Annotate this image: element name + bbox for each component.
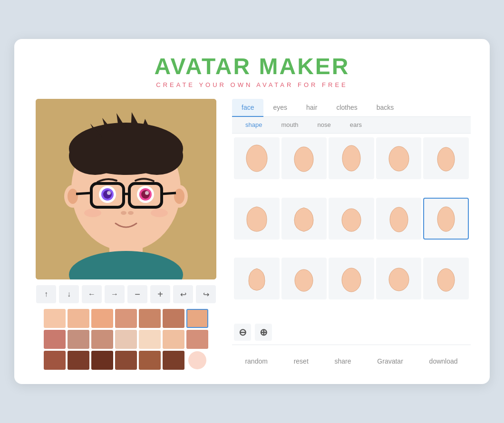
shapes-grid — [232, 134, 471, 320]
avatar-svg — [36, 99, 216, 279]
share-button[interactable]: share — [324, 353, 362, 370]
svg-point-24 — [107, 191, 111, 195]
skin-color-circle-swatch[interactable] — [188, 351, 206, 369]
tab-face[interactable]: face — [232, 99, 263, 117]
svg-point-35 — [342, 145, 360, 171]
svg-point-5 — [68, 189, 78, 204]
category-tabs: face eyes hair clothes backs — [232, 99, 471, 117]
svg-point-27 — [141, 190, 150, 199]
svg-point-10 — [131, 137, 183, 175]
svg-point-33 — [246, 145, 267, 172]
shape-cell-1-2[interactable] — [329, 198, 374, 240]
svg-point-40 — [437, 207, 455, 231]
svg-point-36 — [389, 146, 409, 171]
zoom-out-toolbar-button[interactable]: − — [127, 285, 147, 303]
shape-cell-1-3[interactable] — [376, 198, 422, 240]
redo-button[interactable]: ↪ — [196, 285, 216, 303]
svg-point-28 — [145, 191, 149, 195]
subtab-mouth[interactable]: mouth — [271, 117, 308, 134]
svg-point-32 — [151, 209, 168, 217]
zoom-controls: ⊖ ⊕ — [232, 320, 471, 345]
svg-point-23 — [103, 190, 112, 199]
shape-cell-0-2[interactable] — [329, 137, 374, 179]
skin-color-swatch[interactable] — [163, 351, 184, 370]
svg-point-43 — [389, 268, 409, 291]
svg-point-29 — [121, 211, 126, 215]
app-title: AVATAR MAKER — [33, 53, 471, 79]
tab-eyes[interactable]: eyes — [263, 99, 297, 117]
move-left-button[interactable]: ← — [82, 285, 102, 303]
shape-cell-1-1[interactable] — [281, 198, 327, 240]
svg-point-41 — [295, 269, 313, 291]
svg-point-30 — [128, 211, 134, 215]
left-panel: ↑ ↓ ← → − + ↩ ↪ — [33, 99, 219, 370]
toolbar: ↑ ↓ ← → − + ↩ ↪ — [36, 285, 216, 303]
shape-cell-2-0[interactable] — [234, 258, 280, 299]
app-container: AVATAR MAKER CREATE YOUR OWN AVATAR FOR … — [14, 39, 490, 384]
skin-color-swatch[interactable] — [163, 309, 184, 328]
svg-line-19 — [76, 193, 91, 194]
svg-point-44 — [437, 269, 455, 291]
download-button[interactable]: download — [419, 353, 468, 370]
svg-point-37 — [437, 147, 455, 171]
skin-color-swatch[interactable] — [44, 351, 66, 370]
move-right-button[interactable]: → — [105, 285, 125, 303]
color-palette — [44, 309, 208, 370]
subtab-nose[interactable]: nose — [308, 117, 340, 134]
move-down-button[interactable]: ↓ — [59, 285, 79, 303]
skin-color-swatch[interactable] — [139, 330, 161, 349]
zoom-in-button[interactable]: ⊕ — [255, 324, 272, 341]
shape-cell-0-0[interactable] — [234, 137, 280, 179]
shape-cell-0-1[interactable] — [281, 137, 327, 179]
shape-cell-1-4-selected[interactable] — [423, 198, 469, 240]
zoom-in-toolbar-button[interactable]: + — [150, 285, 170, 303]
svg-point-7 — [174, 189, 184, 204]
svg-point-31 — [84, 209, 101, 217]
app-subtitle: CREATE YOUR OWN AVATAR FOR FREE — [33, 81, 471, 88]
skin-color-swatch[interactable] — [91, 330, 113, 349]
skin-color-swatch[interactable] — [68, 351, 89, 370]
skin-color-swatch[interactable] — [139, 309, 161, 328]
shape-cell-1-0[interactable] — [234, 198, 280, 240]
skin-color-swatch[interactable] — [44, 309, 66, 328]
svg-point-39 — [390, 207, 408, 232]
skin-color-swatch[interactable] — [91, 309, 113, 328]
svg-point-38 — [342, 209, 361, 231]
skin-color-swatch[interactable] — [139, 351, 161, 370]
skin-color-swatch[interactable] — [44, 330, 66, 349]
gravatar-button[interactable]: Gravatar — [367, 353, 413, 370]
skin-color-swatch[interactable] — [115, 351, 137, 370]
skin-color-swatch[interactable] — [91, 351, 113, 370]
svg-point-34 — [294, 147, 313, 172]
random-button[interactable]: random — [234, 353, 278, 370]
skin-color-swatch-selected[interactable] — [186, 309, 208, 328]
shape-cell-0-4[interactable] — [423, 137, 469, 179]
bottom-actions: random reset share Gravatar download — [232, 345, 471, 370]
shape-cell-2-4[interactable] — [423, 258, 469, 299]
tab-hair[interactable]: hair — [297, 99, 327, 117]
sub-tabs: shape mouth nose ears — [232, 117, 471, 134]
move-up-button[interactable]: ↑ — [36, 285, 56, 303]
svg-line-20 — [162, 193, 176, 194]
skin-color-swatch[interactable] — [115, 309, 137, 328]
reset-button[interactable]: reset — [283, 353, 319, 370]
skin-color-swatch[interactable] — [115, 330, 137, 349]
tab-clothes[interactable]: clothes — [327, 99, 367, 117]
skin-color-swatch[interactable] — [68, 309, 89, 328]
skin-color-swatch[interactable] — [68, 330, 89, 349]
tab-backs[interactable]: backs — [367, 99, 404, 117]
subtab-shape[interactable]: shape — [236, 117, 271, 134]
zoom-out-button[interactable]: ⊖ — [234, 324, 251, 341]
shape-cell-2-1[interactable] — [281, 258, 327, 299]
right-panel: face eyes hair clothes backs shape mouth… — [232, 99, 471, 370]
shape-cell-2-3[interactable] — [376, 258, 422, 299]
avatar-canvas — [36, 99, 216, 279]
shape-cell-2-2[interactable] — [329, 258, 374, 299]
skin-color-swatch[interactable] — [186, 330, 208, 349]
shape-cell-0-3[interactable] — [376, 137, 422, 179]
undo-button[interactable]: ↩ — [173, 285, 193, 303]
svg-point-9 — [69, 137, 121, 175]
skin-color-swatch[interactable] — [163, 330, 184, 349]
subtab-ears[interactable]: ears — [340, 117, 371, 134]
svg-point-42 — [342, 268, 361, 292]
